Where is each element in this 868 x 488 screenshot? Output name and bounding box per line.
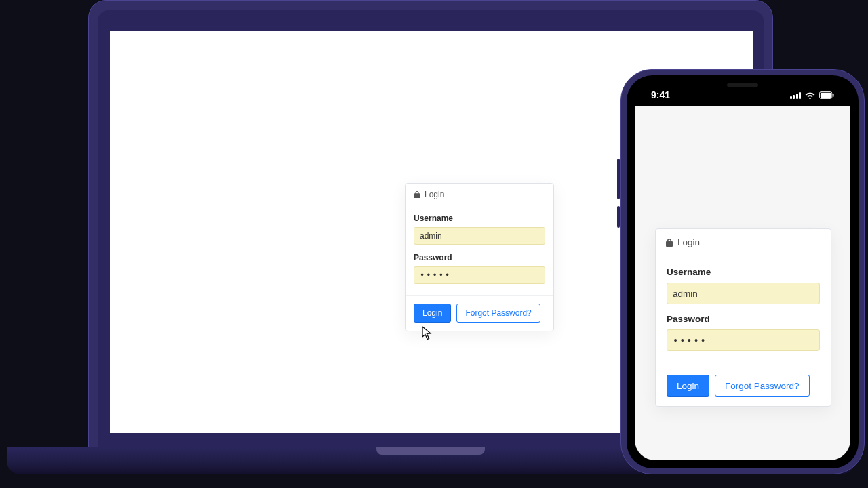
login-button[interactable]: Login: [414, 304, 451, 323]
battery-icon: [819, 92, 834, 99]
svg-rect-2: [833, 94, 834, 97]
login-footer: Login Forgot Password?: [656, 365, 831, 406]
signal-icon: [790, 92, 802, 99]
forgot-password-button[interactable]: Forgot Password?: [456, 304, 540, 323]
phone-device: 9:41 Login: [620, 69, 865, 474]
forgot-password-button[interactable]: Forgot Password?: [715, 375, 810, 396]
username-label: Username: [414, 214, 545, 223]
login-card-mobile: Login Username Password Login Forgot Pas…: [655, 228, 831, 407]
login-card-header: Login: [406, 184, 553, 205]
phone-screen: Login Username Password Login Forgot Pas…: [635, 106, 850, 460]
login-title: Login: [425, 190, 444, 199]
login-card-desktop: Login Username Password Login Forgot Pas…: [405, 183, 554, 331]
username-input[interactable]: [414, 227, 545, 245]
login-button[interactable]: Login: [667, 375, 709, 396]
login-card-header: Login: [656, 229, 831, 256]
svg-rect-1: [821, 92, 831, 97]
password-label: Password: [667, 314, 820, 324]
phone-side-button: [617, 159, 620, 199]
login-title: Login: [677, 237, 700, 247]
password-input[interactable]: [667, 329, 820, 351]
lock-icon: [665, 238, 673, 247]
login-form: Username Password: [406, 205, 553, 295]
phone-body: 9:41 Login: [620, 69, 865, 474]
login-form: Username Password: [656, 256, 831, 365]
status-time: 9:41: [651, 89, 670, 100]
lock-icon: [414, 190, 420, 199]
phone-speaker: [727, 83, 758, 87]
phone-side-button: [617, 206, 620, 228]
login-footer: Login Forgot Password?: [406, 296, 553, 331]
username-label: Username: [667, 267, 820, 277]
wifi-icon: [805, 92, 815, 99]
username-input[interactable]: [667, 283, 820, 304]
phone-notch: [688, 75, 797, 94]
password-label: Password: [414, 253, 545, 262]
password-input[interactable]: [414, 266, 545, 284]
